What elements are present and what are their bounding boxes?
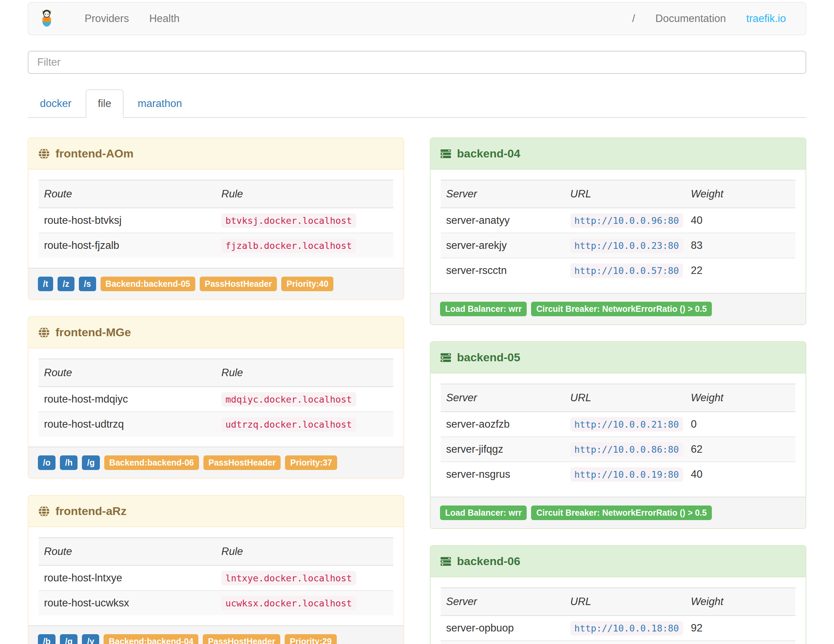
server-name: server-opbuop xyxy=(441,616,565,641)
table-header-row: RouteRule xyxy=(39,180,393,208)
server-url-link[interactable]: http://10.0.0.96:80 xyxy=(574,215,679,226)
backend-panel-body: ServerURLWeightserver-aozfzbhttp://10.0.… xyxy=(430,374,806,497)
server-name: server-anatyy xyxy=(441,208,565,233)
navbar: Providers Health / Documentation traefik… xyxy=(28,2,806,35)
server-weight: 92 xyxy=(685,616,795,641)
navbar-right: / Documentation traefik.io xyxy=(622,13,796,25)
nav-link-health[interactable]: Health xyxy=(139,13,190,25)
server-url-code: http://10.0.0.21:80 xyxy=(571,417,683,432)
server-url-link[interactable]: http://10.0.0.19:80 xyxy=(574,469,679,480)
frontend-panel-title: frontend-AOm xyxy=(55,147,133,160)
path-badge: /o xyxy=(38,455,55,470)
traefik-logo[interactable] xyxy=(38,10,55,28)
backend-config-badge: Load Balancer: wrr xyxy=(440,302,527,316)
frontend-panel-body: RouteRuleroute-host-mdqiycmdqiyc.docker.… xyxy=(28,348,404,447)
path-badge: /y xyxy=(82,634,99,644)
backend-panel-header: backend-06 xyxy=(430,546,806,577)
table-header-row: ServerURLWeight xyxy=(441,588,795,616)
route-row: route-host-lntxyelntxye.docker.localhost xyxy=(39,565,393,591)
tab-marathon[interactable]: marathon xyxy=(126,89,194,118)
servers-table: ServerURLWeightserver-opbuophttp://10.0.… xyxy=(441,587,795,644)
server-url-code: http://10.0.0.86:80 xyxy=(571,442,683,457)
backend-panel-title: backend-06 xyxy=(457,555,520,568)
backend-panel-body: ServerURLWeightserver-opbuophttp://10.0.… xyxy=(430,577,806,644)
frontend-panel-header: frontend-MGe xyxy=(28,317,404,348)
route-name: route-host-ucwksx xyxy=(39,591,216,615)
server-name: server-aozfzb xyxy=(441,412,565,437)
column-header-route: Route xyxy=(39,538,216,565)
routes-table: RouteRuleroute-host-btvksjbtvksj.docker.… xyxy=(39,180,393,258)
server-url-code: http://10.0.0.57:80 xyxy=(571,264,683,278)
route-name: route-host-btvksj xyxy=(39,208,216,233)
server-url-link[interactable]: http://10.0.0.21:80 xyxy=(574,419,679,430)
backend-panel: backend-06ServerURLWeightserver-opbuopht… xyxy=(430,545,806,644)
route-row: route-host-mdqiycmdqiyc.docker.localhost xyxy=(39,387,393,412)
backend-panel: backend-04ServerURLWeightserver-anatyyht… xyxy=(430,138,806,325)
tab-file[interactable]: file xyxy=(86,89,124,118)
backend-panel-header: backend-05 xyxy=(430,342,806,374)
frontend-panel-header: frontend-AOm xyxy=(28,138,404,170)
backend-config-badge: Circuit Breaker: NetworkErrorRatio () > … xyxy=(531,505,712,520)
frontend-panel-body: RouteRuleroute-host-btvksjbtvksj.docker.… xyxy=(28,170,404,268)
backend-panel-title: backend-04 xyxy=(457,147,520,160)
server-row: server-anatyyhttp://10.0.0.96:8040 xyxy=(441,208,795,233)
server-weight: 29 xyxy=(685,641,795,644)
frontend-panel: frontend-aRzRouteRuleroute-host-lntxyeln… xyxy=(28,495,404,644)
column-header-weight: Weight xyxy=(685,384,795,412)
server-weight: 22 xyxy=(685,258,795,283)
nav-link-traefik-io[interactable]: traefik.io xyxy=(736,13,796,25)
filter-input[interactable] xyxy=(28,51,806,74)
column-header-weight: Weight xyxy=(685,180,795,208)
frontend-panel-body: RouteRuleroute-host-lntxyelntxye.docker.… xyxy=(28,527,404,625)
server-row: server-jifqgzhttp://10.0.0.86:8062 xyxy=(441,437,795,462)
routes-table: RouteRuleroute-host-mdqiycmdqiyc.docker.… xyxy=(39,359,393,437)
backend-panel-body: ServerURLWeightserver-anatyyhttp://10.0.… xyxy=(430,170,806,293)
path-badge: /g xyxy=(82,455,100,470)
rule-code: udtrzq.docker.localhost xyxy=(221,417,356,432)
rule-code: fjzalb.docker.localhost xyxy=(221,238,356,253)
server-row: server-aozfzbhttp://10.0.0.21:800 xyxy=(441,412,795,437)
servers-icon xyxy=(440,556,451,567)
frontend-panel: frontend-AOmRouteRuleroute-host-btvksjbt… xyxy=(28,138,404,300)
column-header-url: URL xyxy=(565,588,685,616)
table-header-row: RouteRule xyxy=(39,538,393,565)
column-header-rule: Rule xyxy=(216,359,393,387)
route-row: route-host-udtrzqudtrzq.docker.localhost xyxy=(39,412,393,437)
path-badge: /h xyxy=(60,455,78,470)
globe-icon xyxy=(38,327,50,338)
server-name: server-rscctn xyxy=(441,258,565,283)
server-row: server-tksmvohttp://10.0.0.63:8029 xyxy=(441,641,795,644)
server-url-link[interactable]: http://10.0.0.86:80 xyxy=(574,444,679,455)
frontend-config-badge: Priority:40 xyxy=(281,277,333,291)
column-header-rule: Rule xyxy=(216,180,393,208)
servers-icon xyxy=(440,352,451,363)
tab-docker[interactable]: docker xyxy=(28,89,84,118)
provider-tabs: docker file marathon xyxy=(28,89,806,118)
server-url-link[interactable]: http://10.0.0.57:80 xyxy=(574,265,679,276)
content: frontend-AOmRouteRuleroute-host-btvksjbt… xyxy=(28,138,806,644)
frontend-panel-footer: /t/z/sBackend:backend-05PassHostHeaderPr… xyxy=(28,268,404,299)
server-name: server-nsgrus xyxy=(441,462,565,487)
frontend-config-badge: Backend:backend-05 xyxy=(100,277,195,291)
column-header-server: Server xyxy=(441,180,565,208)
rule-code: mdqiyc.docker.localhost xyxy=(221,392,356,407)
page: Providers Health / Documentation traefik… xyxy=(28,2,806,644)
server-url-link[interactable]: http://10.0.0.23:80 xyxy=(574,240,679,251)
nav-link-slash[interactable]: / xyxy=(622,13,645,25)
backend-panel-footer: Load Balancer: wrrCircuit Breaker: Netwo… xyxy=(430,497,806,528)
backend-config-badge: Load Balancer: wrr xyxy=(440,505,527,520)
backend-config-badge: Circuit Breaker: NetworkErrorRatio () > … xyxy=(531,302,712,316)
column-header-rule: Rule xyxy=(216,538,393,565)
traefik-logo-icon xyxy=(38,10,55,28)
server-name: server-jifqgz xyxy=(441,437,565,462)
globe-icon xyxy=(38,147,50,160)
nav-link-providers[interactable]: Providers xyxy=(74,13,139,25)
frontend-config-badge: Backend:backend-04 xyxy=(103,634,198,644)
nav-link-documentation[interactable]: Documentation xyxy=(645,13,736,25)
server-url-link[interactable]: http://10.0.0.18:80 xyxy=(574,623,679,634)
frontend-config-badge: Priority:37 xyxy=(285,455,337,470)
table-header-row: ServerURLWeight xyxy=(441,384,795,412)
server-name: server-tksmvo xyxy=(441,641,565,644)
server-url-code: http://10.0.0.19:80 xyxy=(571,467,683,482)
server-row: server-arekjyhttp://10.0.0.23:8083 xyxy=(441,233,795,258)
